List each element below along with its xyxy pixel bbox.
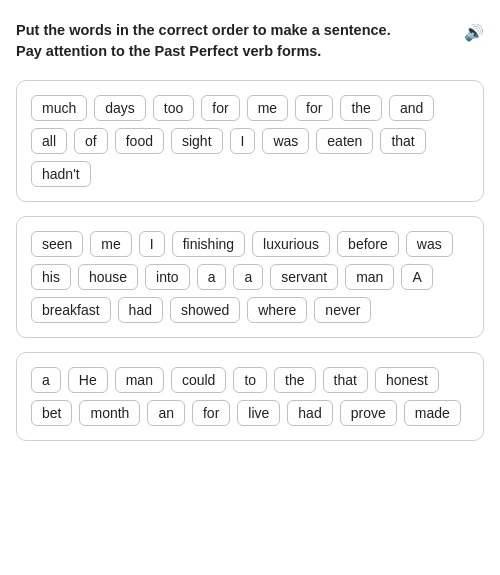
word-chip-1-9[interactable]: all bbox=[31, 128, 67, 154]
word-chip-1-4[interactable]: for bbox=[201, 95, 239, 121]
instructions-text: Put the words in the correct order to ma… bbox=[16, 20, 458, 62]
word-chip-2-18[interactable]: showed bbox=[170, 297, 240, 323]
word-chip-3-16[interactable]: made bbox=[404, 400, 461, 426]
word-chip-3-8[interactable]: honest bbox=[375, 367, 439, 393]
speaker-icon[interactable]: 🔊 bbox=[464, 21, 484, 44]
word-chip-2-11[interactable]: a bbox=[197, 264, 227, 290]
word-chip-3-4[interactable]: could bbox=[171, 367, 226, 393]
word-chip-3-14[interactable]: had bbox=[287, 400, 332, 426]
word-chip-1-13[interactable]: I bbox=[230, 128, 256, 154]
word-chip-2-19[interactable]: where bbox=[247, 297, 307, 323]
word-chip-3-11[interactable]: an bbox=[147, 400, 185, 426]
sentence-groups-container: muchdaystooformefortheandalloffoodsightI… bbox=[16, 80, 484, 441]
word-chip-1-17[interactable]: hadn't bbox=[31, 161, 91, 187]
word-chip-1-8[interactable]: and bbox=[389, 95, 434, 121]
word-chip-1-12[interactable]: sight bbox=[171, 128, 223, 154]
word-chip-2-9[interactable]: house bbox=[78, 264, 138, 290]
word-chip-3-10[interactable]: month bbox=[79, 400, 140, 426]
word-chip-1-7[interactable]: the bbox=[340, 95, 381, 121]
word-chip-2-5[interactable]: luxurious bbox=[252, 231, 330, 257]
word-chip-3-6[interactable]: the bbox=[274, 367, 315, 393]
sentence-box-1: muchdaystooformefortheandalloffoodsightI… bbox=[16, 80, 484, 202]
word-chip-3-15[interactable]: prove bbox=[340, 400, 397, 426]
word-chip-2-4[interactable]: finishing bbox=[172, 231, 245, 257]
word-chip-3-7[interactable]: that bbox=[323, 367, 368, 393]
word-chip-3-3[interactable]: man bbox=[115, 367, 164, 393]
word-chip-1-10[interactable]: of bbox=[74, 128, 108, 154]
word-chip-1-14[interactable]: was bbox=[262, 128, 309, 154]
word-chip-3-5[interactable]: to bbox=[233, 367, 267, 393]
word-chip-3-9[interactable]: bet bbox=[31, 400, 72, 426]
word-chip-1-16[interactable]: that bbox=[380, 128, 425, 154]
word-chip-2-8[interactable]: his bbox=[31, 264, 71, 290]
words-container-2: seenmeIfinishingluxuriousbeforewashishou… bbox=[31, 231, 469, 323]
words-container-1: muchdaystooformefortheandalloffoodsightI… bbox=[31, 95, 469, 187]
word-chip-2-20[interactable]: never bbox=[314, 297, 371, 323]
word-chip-1-2[interactable]: days bbox=[94, 95, 146, 121]
word-chip-2-2[interactable]: me bbox=[90, 231, 131, 257]
word-chip-2-14[interactable]: man bbox=[345, 264, 394, 290]
word-chip-1-1[interactable]: much bbox=[31, 95, 87, 121]
word-chip-2-12[interactable]: a bbox=[233, 264, 263, 290]
word-chip-2-10[interactable]: into bbox=[145, 264, 190, 290]
word-chip-2-6[interactable]: before bbox=[337, 231, 399, 257]
sentence-box-2: seenmeIfinishingluxuriousbeforewashishou… bbox=[16, 216, 484, 338]
word-chip-1-11[interactable]: food bbox=[115, 128, 164, 154]
word-chip-3-13[interactable]: live bbox=[237, 400, 280, 426]
word-chip-2-13[interactable]: servant bbox=[270, 264, 338, 290]
word-chip-1-5[interactable]: me bbox=[247, 95, 288, 121]
words-container-3: aHemancouldtothethathonestbetmonthanforl… bbox=[31, 367, 469, 426]
word-chip-2-15[interactable]: A bbox=[401, 264, 432, 290]
word-chip-2-7[interactable]: was bbox=[406, 231, 453, 257]
sentence-box-3: aHemancouldtothethathonestbetmonthanforl… bbox=[16, 352, 484, 441]
word-chip-2-3[interactable]: I bbox=[139, 231, 165, 257]
word-chip-2-16[interactable]: breakfast bbox=[31, 297, 111, 323]
word-chip-3-12[interactable]: for bbox=[192, 400, 230, 426]
word-chip-3-1[interactable]: a bbox=[31, 367, 61, 393]
word-chip-1-15[interactable]: eaten bbox=[316, 128, 373, 154]
word-chip-2-1[interactable]: seen bbox=[31, 231, 83, 257]
instructions-block: Put the words in the correct order to ma… bbox=[16, 20, 484, 62]
word-chip-3-2[interactable]: He bbox=[68, 367, 108, 393]
word-chip-1-3[interactable]: too bbox=[153, 95, 194, 121]
word-chip-2-17[interactable]: had bbox=[118, 297, 163, 323]
word-chip-1-6[interactable]: for bbox=[295, 95, 333, 121]
